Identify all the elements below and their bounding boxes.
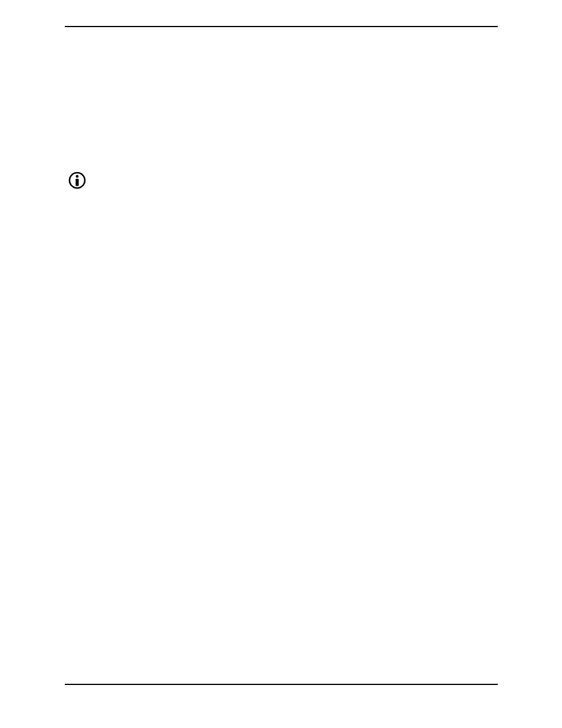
- top-horizontal-rule: [65, 26, 498, 27]
- info-icon: [68, 171, 87, 190]
- svg-point-1: [76, 175, 79, 178]
- svg-rect-2: [75, 179, 78, 186]
- bottom-horizontal-rule: [65, 684, 498, 685]
- document-page: [0, 0, 562, 728]
